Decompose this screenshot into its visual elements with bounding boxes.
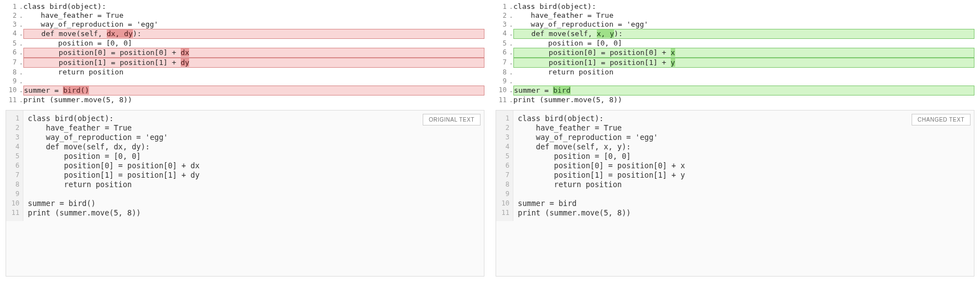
diff-word: x, y xyxy=(597,29,614,38)
plain-box-changed: CHANGED TEXT 1234567891011 class bird(ob… xyxy=(496,110,974,277)
diff-word: dy xyxy=(181,58,190,67)
code-span: class bird(object): xyxy=(23,2,106,11)
changed-text-badge[interactable]: CHANGED TEXT xyxy=(912,114,971,126)
line-number: 1 xyxy=(496,2,509,11)
code-line[interactable] xyxy=(23,77,484,86)
line-number: 11 xyxy=(6,208,23,218)
code-line[interactable]: return position xyxy=(513,68,974,77)
code-span: position[0] = position[0] + xyxy=(514,48,671,57)
code-line[interactable]: return position xyxy=(23,68,484,77)
line-number: 7 xyxy=(496,170,513,180)
code-span: summer = xyxy=(514,86,553,94)
code-line[interactable]: summer = bird() xyxy=(23,86,484,96)
line-number: 5 xyxy=(496,39,509,48)
diff-line: 9. xyxy=(6,77,484,86)
line-number: 2 xyxy=(496,123,513,133)
code-span: position[0] = position[0] + xyxy=(24,48,181,57)
code-line[interactable]: def move(self, dx, dy): xyxy=(23,29,484,39)
code-span: way_of_reproduction = 'egg' xyxy=(23,20,159,28)
code-line[interactable]: print (summer.move(5, 8)) xyxy=(23,96,484,104)
line-number: 8 xyxy=(496,68,509,77)
line-number: 3 xyxy=(496,20,509,29)
code-line[interactable]: position = [0, 0] xyxy=(23,39,484,48)
line-number: 10 xyxy=(6,199,23,208)
diff-word: x xyxy=(671,48,675,57)
line-number: 2 xyxy=(496,11,509,20)
line-number: 4 xyxy=(496,142,513,152)
code-line[interactable]: def move(self, x, y): xyxy=(513,29,974,39)
code-line[interactable]: way_of_reproduction = 'egg' xyxy=(23,20,484,29)
line-number: 1 xyxy=(496,114,513,123)
code-line[interactable]: position[1] = position[1] + y xyxy=(513,58,974,68)
code-span: def move(self, xyxy=(514,29,597,38)
line-number: 3 xyxy=(6,133,23,142)
line-number: 3 xyxy=(6,20,19,29)
line-number: 6 xyxy=(6,161,23,170)
line-number: 10 xyxy=(496,199,513,208)
code-span: return position xyxy=(513,68,613,76)
code-line[interactable]: position[0] = position[0] + x xyxy=(513,48,974,58)
line-gutter: 1234567891011 xyxy=(496,111,513,221)
line-number: 6 xyxy=(6,48,19,58)
line-number: 10 xyxy=(6,86,19,96)
line-number: 4 xyxy=(496,29,509,39)
diff-word: bird() xyxy=(63,86,89,94)
code-line[interactable]: have_feather = True xyxy=(23,11,484,20)
code-span: print (summer.move(5, 8)) xyxy=(513,96,622,104)
code-line[interactable]: summer = bird xyxy=(513,86,974,96)
diff-view-changed: 1.class bird(object):2. have_feather = T… xyxy=(496,2,974,109)
left-pane: 1.class bird(object):2. have_feather = T… xyxy=(0,0,490,282)
line-number: 7 xyxy=(496,58,509,68)
code-span: class bird(object): xyxy=(513,2,596,11)
diff-line: 2. have_feather = True xyxy=(6,11,484,20)
code-line[interactable]: print (summer.move(5, 8)) xyxy=(513,96,974,104)
diff-line: 6. position[0] = position[0] + x xyxy=(496,48,974,58)
code-line[interactable]: position = [0, 0] xyxy=(513,39,974,48)
diff-line: 7. position[1] = position[1] + y xyxy=(496,58,974,68)
line-number: 8 xyxy=(6,180,23,189)
line-number: 6 xyxy=(496,161,513,170)
line-number: 7 xyxy=(6,170,23,180)
line-number: 2 xyxy=(6,123,23,133)
line-number: 10 xyxy=(496,86,509,96)
code-line[interactable]: have_feather = True xyxy=(513,11,974,20)
code-text-original[interactable]: class bird(object): have_feather = True … xyxy=(23,111,204,221)
code-span: have_feather = True xyxy=(513,11,613,19)
line-number: 3 xyxy=(496,133,513,142)
diff-line: 7. position[1] = position[1] + dy xyxy=(6,58,484,68)
code-span: summer = xyxy=(24,86,63,94)
code-span: position[1] = position[1] + xyxy=(24,58,181,67)
code-span: position[1] = position[1] + xyxy=(514,58,671,67)
code-text-changed[interactable]: class bird(object): have_feather = True … xyxy=(513,111,690,221)
diff-line: 8. return position xyxy=(6,68,484,77)
line-number: 8 xyxy=(496,180,513,189)
line-number: 9 xyxy=(6,77,19,86)
code-span: return position xyxy=(23,68,123,76)
diff-line: 2. have_feather = True xyxy=(496,11,974,20)
diff-word: dx xyxy=(181,48,190,57)
diff-word: y xyxy=(671,58,675,67)
code-line[interactable]: position[0] = position[0] + dx xyxy=(23,48,484,58)
line-number: 6 xyxy=(496,48,509,58)
diff-line: 10.summer = bird() xyxy=(6,86,484,96)
diff-line: 1.class bird(object): xyxy=(6,2,484,11)
code-line[interactable]: way_of_reproduction = 'egg' xyxy=(513,20,974,29)
diff-line: 4. def move(self, dx, dy): xyxy=(6,29,484,39)
diff-line: 9. xyxy=(496,77,974,86)
code-span: have_feather = True xyxy=(23,11,123,19)
diff-line: 8. return position xyxy=(496,68,974,77)
code-span: position = [0, 0] xyxy=(23,39,132,47)
code-line[interactable]: class bird(object): xyxy=(513,2,974,11)
code-span: position = [0, 0] xyxy=(513,39,622,47)
line-number: 4 xyxy=(6,142,23,152)
code-line[interactable]: position[1] = position[1] + dy xyxy=(23,58,484,68)
line-number: 11 xyxy=(496,96,509,104)
original-text-badge[interactable]: ORIGINAL TEXT xyxy=(423,114,481,126)
code-span: def move(self, xyxy=(24,29,107,38)
line-number: 5 xyxy=(6,39,19,48)
diff-line: 5. position = [0, 0] xyxy=(496,39,974,48)
diff-line: 5. position = [0, 0] xyxy=(6,39,484,48)
code-line[interactable] xyxy=(513,77,974,86)
plain-box-original: ORIGINAL TEXT 1234567891011 class bird(o… xyxy=(6,110,484,277)
code-line[interactable]: class bird(object): xyxy=(23,2,484,11)
